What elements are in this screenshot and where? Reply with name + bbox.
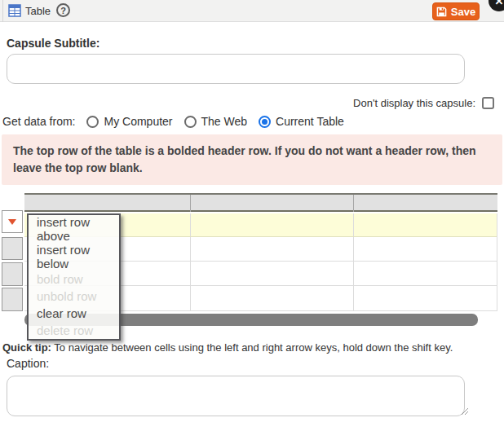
quick-tip-bold: Quick tip: — [2, 341, 51, 354]
display-option-row: Don't display this capsule: — [353, 95, 494, 111]
table-header-row — [24, 195, 497, 212]
radio-label: The Web — [201, 115, 248, 128]
capsule-topbar: Table ? Save ✕ — [0, 0, 504, 22]
table-right-border — [497, 213, 497, 311]
caption-label: Caption: — [7, 357, 49, 370]
radio-icon[interactable] — [86, 116, 99, 128]
topbar-divider — [2, 0, 3, 22]
table-capsule-editor: Table ? Save ✕ Capsule Subtitle: Don't d… — [0, 0, 504, 431]
quick-tip-rest: To navigate between cells using the left… — [51, 341, 453, 354]
save-button-label: Save — [451, 6, 475, 18]
dropdown-arrow-icon — [8, 219, 16, 225]
menu-item-delete-row: delete row — [29, 322, 119, 339]
quick-tip-text: Quick tip: To navigate between cells usi… — [2, 341, 453, 354]
radio-option-current-table[interactable]: Current Table — [259, 115, 344, 128]
caption-input[interactable] — [7, 376, 465, 416]
help-icon[interactable]: ? — [56, 3, 70, 17]
radio-option-the-web[interactable]: The Web — [184, 115, 248, 128]
save-button[interactable]: Save — [432, 2, 480, 20]
menu-item-insert-row-above[interactable]: insert row above — [29, 215, 119, 243]
radio-label: My Computer — [104, 115, 172, 128]
header-row-notice: The top row of the table is a bolded hea… — [2, 134, 502, 185]
data-source-row: Get data from: My Computer The Web Curre… — [2, 112, 344, 130]
row-menu-button[interactable] — [2, 237, 23, 260]
column-divider — [353, 195, 354, 212]
menu-item-clear-row[interactable]: clear row — [29, 305, 119, 322]
menu-item-unbold-row: unbold row — [29, 288, 119, 305]
menu-item-insert-row-below[interactable]: insert row below — [29, 243, 119, 270]
table-icon — [8, 4, 21, 17]
radio-icon-selected[interactable] — [259, 116, 271, 128]
row-context-menu: insert row above insert row below bold r… — [27, 213, 121, 341]
display-option-label: Don't display this capsule: — [353, 97, 475, 109]
display-option-checkbox[interactable] — [482, 97, 494, 109]
row-menu-button[interactable] — [2, 262, 23, 286]
row-menu-button[interactable] — [2, 288, 23, 311]
save-disk-icon — [436, 7, 447, 17]
subtitle-label: Capsule Subtitle: — [7, 37, 99, 50]
row-menu-button-active[interactable] — [2, 210, 23, 233]
close-icon[interactable]: ✕ — [489, 0, 504, 11]
data-source-label: Get data from: — [2, 115, 75, 128]
radio-option-my-computer[interactable]: My Computer — [86, 115, 172, 128]
radio-label: Current Table — [276, 115, 344, 128]
subtitle-input[interactable] — [7, 54, 465, 84]
menu-item-bold-row: bold row — [29, 270, 119, 288]
radio-icon[interactable] — [184, 116, 197, 128]
column-divider — [190, 195, 191, 212]
resize-grip-icon[interactable] — [460, 407, 468, 415]
capsule-title: Table — [25, 5, 51, 17]
